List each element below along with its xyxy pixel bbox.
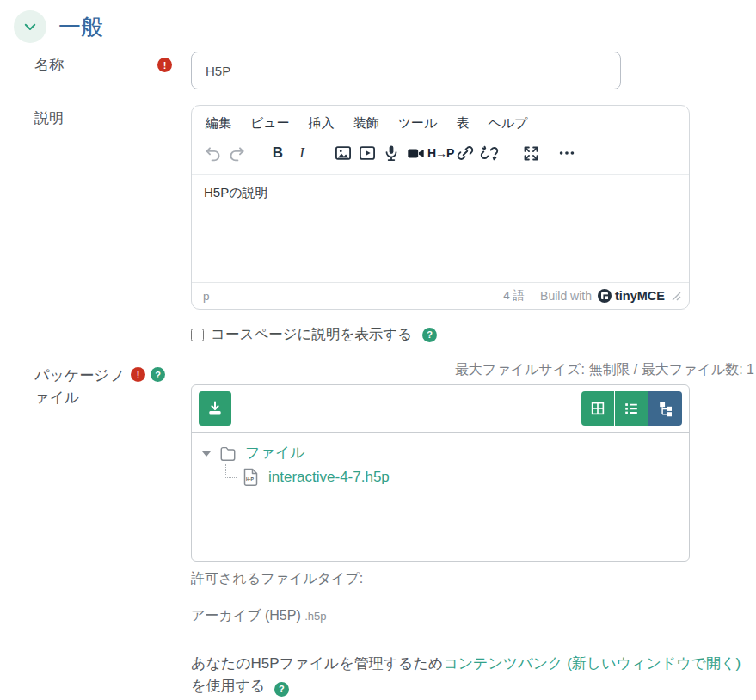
redo-button[interactable] <box>224 142 249 164</box>
list-view-icon <box>623 400 640 417</box>
element-path[interactable]: p <box>203 290 210 303</box>
more-toolbar-button[interactable] <box>555 142 579 164</box>
menu-edit[interactable]: 編集 <box>206 115 231 132</box>
editor-toolbar: B I H→P <box>192 134 689 174</box>
file-tree: ファイル H-P interactive-4-7.h5p <box>192 433 689 561</box>
record-video-button[interactable] <box>403 142 427 164</box>
tree-file-row[interactable]: H-P interactive-4-7.h5p <box>225 464 679 487</box>
ellipsis-icon <box>557 144 576 163</box>
chevron-down-icon <box>22 19 38 34</box>
required-icon: ! <box>131 367 145 382</box>
add-file-button[interactable] <box>199 391 231 426</box>
allowed-type-ext[interactable]: .h5p <box>304 610 326 623</box>
resize-grip[interactable] <box>672 292 681 301</box>
record-audio-button[interactable] <box>379 142 403 164</box>
link-icon <box>456 144 475 163</box>
description-label: 説明 <box>34 108 64 129</box>
svg-text:H-P: H-P <box>246 476 254 482</box>
collapse-section-button[interactable] <box>14 10 46 43</box>
unlink-icon <box>480 144 499 163</box>
note-suffix: を使用する <box>191 678 265 694</box>
italic-button[interactable]: I <box>290 142 314 164</box>
italic-icon: I <box>299 144 304 162</box>
display-description-label: コースページに説明を表示する <box>211 325 412 344</box>
allowed-type-line: アーカイブ (H5P) .h5p <box>191 607 754 625</box>
h5p-icon: H→P <box>427 146 453 160</box>
description-field-row: 説明 編集 ビュー 挿入 装飾 ツール 表 ヘルプ <box>34 105 756 310</box>
file-manager-toolbar <box>192 385 689 433</box>
tree-folder-row[interactable]: ファイル <box>202 443 679 463</box>
file-name[interactable]: interactive-4-7.h5p <box>268 468 390 487</box>
package-label-col: パッケージファイル ! ? <box>34 361 191 409</box>
menu-insert[interactable]: 挿入 <box>309 115 335 132</box>
media-button[interactable] <box>355 142 379 164</box>
description-label-col: 説明 <box>34 105 191 129</box>
menu-table[interactable]: 表 <box>456 115 469 132</box>
build-with-label: Build with <box>540 289 592 303</box>
editor-statusbar: p 4 語 Build with tinyMCE <box>192 282 689 309</box>
tinymce-logo-icon <box>598 289 612 303</box>
download-icon <box>206 400 224 417</box>
menu-view[interactable]: ビュー <box>250 115 290 132</box>
help-icon[interactable]: ? <box>151 367 165 382</box>
image-button[interactable] <box>331 142 355 164</box>
required-icon: ! <box>157 58 172 72</box>
tree-view-icon <box>657 400 674 417</box>
allowed-types-title: 許可されるファイルタイプ: <box>191 570 754 588</box>
menu-tools[interactable]: ツール <box>398 115 438 132</box>
general-section-header: 一般 <box>0 9 756 45</box>
name-label-col: 名称 ! <box>34 52 191 76</box>
h5p-insert-button[interactable]: H→P <box>427 142 453 164</box>
video-camera-icon <box>406 144 426 163</box>
bold-icon: B <box>273 144 283 162</box>
section-title: 一般 <box>58 12 103 42</box>
media-play-icon <box>358 144 377 163</box>
display-description-checkbox[interactable] <box>191 329 204 341</box>
display-description-row: コースページに説明を表示する ? <box>191 325 756 344</box>
undo-button[interactable] <box>200 142 224 164</box>
redo-icon <box>228 144 246 163</box>
list-view-button[interactable] <box>615 391 648 426</box>
package-label: パッケージファイル <box>34 365 131 409</box>
editor-content[interactable]: H5Pの説明 <box>192 174 689 282</box>
fullscreen-icon <box>522 144 540 163</box>
microphone-icon <box>382 144 401 163</box>
menu-help[interactable]: ヘルプ <box>488 115 527 132</box>
undo-icon <box>204 144 222 163</box>
folder-name[interactable]: ファイル <box>245 443 305 463</box>
tinymce-editor: 編集 ビュー 挿入 装飾 ツール 表 ヘルプ B <box>191 105 690 310</box>
h5p-file-icon: H-P <box>242 467 260 487</box>
grid-view-icon <box>589 400 606 417</box>
unlink-button[interactable] <box>477 142 501 164</box>
max-file-info: 最大ファイルサイズ: 無制限 / 最大ファイル数: 1 <box>191 361 754 379</box>
content-bank-note: あなたのH5Pファイルを管理するためコンテンツバンク (新しいウィンドウで開く)… <box>191 653 754 697</box>
word-count[interactable]: 4 語 <box>503 288 525 304</box>
view-toggle-group <box>581 391 682 426</box>
tinymce-brand[interactable]: tinyMCE <box>615 289 665 303</box>
name-field-row: 名称 ! <box>34 52 756 89</box>
image-icon <box>334 144 353 163</box>
bold-button[interactable]: B <box>266 142 290 164</box>
help-icon[interactable]: ? <box>422 328 437 342</box>
h5p-settings-form: 一般 名称 ! 説明 編集 ビュー 挿入 装飾 <box>0 0 756 697</box>
name-input[interactable] <box>191 52 621 89</box>
package-file-row: パッケージファイル ! ? 最大ファイルサイズ: 無制限 / 最大ファイル数: … <box>34 361 756 697</box>
expander-icon[interactable] <box>202 451 211 457</box>
tree-view-button[interactable] <box>648 391 682 426</box>
content-bank-link[interactable]: コンテンツバンク (新しいウィンドウで開く) <box>443 655 741 672</box>
editor-menubar: 編集 ビュー 挿入 装飾 ツール 表 ヘルプ <box>192 106 689 134</box>
allowed-type-name: アーカイブ (H5P) <box>191 608 301 623</box>
tree-connector <box>225 464 237 478</box>
file-manager: ファイル H-P interactive-4-7.h5p <box>191 384 690 562</box>
icon-view-button[interactable] <box>581 391 615 426</box>
fullscreen-button[interactable] <box>519 142 543 164</box>
package-control-col: 最大ファイルサイズ: 無制限 / 最大ファイル数: 1 <box>191 361 754 697</box>
note-prefix: あなたのH5Pファイルを管理するため <box>191 655 443 672</box>
name-label: 名称 <box>34 55 64 76</box>
help-icon[interactable]: ? <box>274 682 289 697</box>
folder-icon <box>218 445 237 462</box>
menu-format[interactable]: 装飾 <box>353 115 379 132</box>
link-button[interactable] <box>453 142 477 164</box>
